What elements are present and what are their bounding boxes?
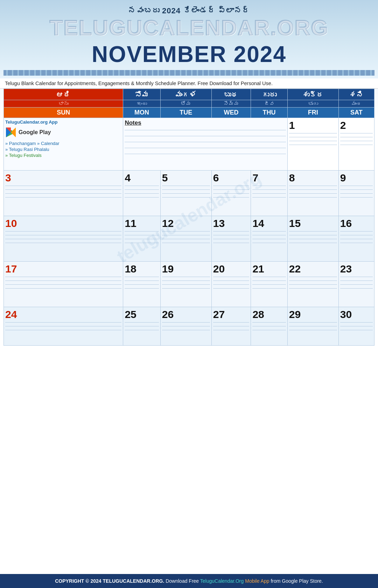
note-line-2	[125, 136, 286, 136]
day-number-29: 29	[289, 309, 337, 320]
day-cell-28: 28	[251, 307, 287, 346]
note-line-4	[125, 148, 286, 148]
header-tue-telugu: మంగళ	[160, 89, 211, 100]
day-number-21: 21	[252, 263, 286, 275]
footer-download: Download Free	[166, 578, 200, 584]
app-cell: TeluguCalendar.org App Google Play	[4, 118, 123, 171]
day-number-28: 28	[252, 309, 286, 320]
day-cell-20: 20	[211, 262, 251, 307]
day-number-25: 25	[125, 309, 159, 320]
day-cell-18: 18	[123, 262, 160, 307]
day-number-9: 9	[340, 172, 373, 184]
footer-copyright: COPYRIGHT © 2024 TELUGUCALENDAR.ORG.	[55, 578, 164, 584]
header-tue-eng: TUE	[160, 108, 211, 118]
telugu-title: నవంబరు 2024 కేలెండర్ ప్లానర్	[4, 6, 374, 15]
day-cell-3: 3	[4, 171, 123, 216]
app-name: TeluguCalendar.org App	[5, 119, 121, 125]
header-wed-telugu: బుధ	[211, 89, 251, 100]
day-cell-23: 23	[338, 262, 374, 307]
notes-lines	[125, 130, 286, 154]
week-row-1: TeluguCalendar.org App Google Play	[4, 118, 374, 171]
day-cell-5: 5	[160, 171, 211, 216]
page: నవంబరు 2024 కేలెండర్ ప్లానర్ TELUGUCALEN…	[0, 0, 378, 588]
day-cell-11: 11	[123, 216, 160, 262]
header-wed-eng: WED	[211, 108, 251, 118]
day-number-12: 12	[162, 217, 210, 229]
day-number-22: 22	[289, 263, 337, 275]
header-thu-telugu: గురు	[251, 89, 287, 100]
day-cell-19: 19	[160, 262, 211, 307]
day-number-23: 23	[340, 263, 373, 275]
week-row-3: 10 11	[4, 216, 374, 262]
header-sat-sec: మంద	[338, 100, 374, 108]
day-number-4: 4	[125, 172, 159, 184]
header-sat-eng: SAT	[338, 108, 374, 118]
header-tue-sec: భోమ	[160, 100, 211, 108]
calendar-wrapper: telugucalendar.org ఆది సోమ మంగళ బుధ గురు…	[0, 89, 378, 574]
top-section: నవంబరు 2024 కేలెండర్ ప్లానర్ TELUGUCALEN…	[0, 0, 378, 78]
day-cell-15: 15	[287, 216, 338, 262]
day-number-19: 19	[162, 263, 210, 275]
day-number-15: 15	[289, 217, 337, 229]
day-cell-17: 17	[4, 262, 123, 307]
day-cell-27: 27	[211, 307, 251, 346]
day-cell-2: 2	[338, 118, 374, 171]
footer-mobile-app[interactable]: Mobile App	[245, 578, 269, 584]
app-link-rasi[interactable]: » Telugu Rasi Phalalu	[5, 147, 121, 152]
footer: COPYRIGHT © 2024 TELUGUCALENDAR.ORG. Dow…	[0, 574, 378, 588]
day-number-14: 14	[252, 217, 286, 229]
app-link-festivals[interactable]: » Telugu Festivals	[5, 153, 121, 158]
header-mon-eng: MON	[123, 108, 160, 118]
google-play-label: Google Play	[19, 129, 51, 136]
day-cell-30: 30	[338, 307, 374, 346]
header-row-telugu: ఆది సోమ మంగళ బుధ గురు శుక్ర శని	[4, 89, 374, 100]
app-link-panchangam[interactable]: » Panchangam » Calendar	[5, 141, 121, 146]
day-cell-22: 22	[287, 262, 338, 307]
day-cell-6: 6	[211, 171, 251, 216]
google-play-row: Google Play	[5, 127, 121, 138]
day-cell-14: 14	[251, 216, 287, 262]
header-sun-telugu: ఆది	[4, 89, 123, 100]
decorative-border	[4, 70, 374, 76]
note-line-3	[125, 142, 286, 142]
day-number-17: 17	[5, 263, 121, 275]
day-number-13: 13	[213, 217, 250, 229]
header-sat-telugu: శని	[338, 89, 374, 100]
week-row-2: 3 4	[4, 171, 374, 216]
header-fri-eng: FRI	[287, 108, 338, 118]
footer-google-play[interactable]: Google Play Store.	[282, 578, 323, 584]
week-row-4: 17 18	[4, 262, 374, 307]
day-number-5: 5	[162, 172, 210, 184]
day-number-10: 10	[5, 217, 121, 229]
google-play-icon	[5, 127, 16, 138]
header-fri-sec: భృగు	[287, 100, 338, 108]
footer-site-link[interactable]: TeluguCalendar.Org	[200, 578, 244, 584]
day-cell-25: 25	[123, 307, 160, 346]
calendar-table: ఆది సోమ మంగళ బుధ గురు శుక్ర శని భాను ఇంద…	[4, 89, 374, 346]
day-number-18: 18	[125, 263, 159, 275]
day-number-3: 3	[5, 172, 121, 184]
footer-from: from	[271, 578, 282, 584]
header-mon-telugu: సోమ	[123, 89, 160, 100]
day-cell-8: 8	[287, 171, 338, 216]
day-cell-26: 26	[160, 307, 211, 346]
notes-cell: Notes	[123, 118, 287, 171]
day-number-16: 16	[340, 217, 373, 229]
month-title: NOVEMBER 2024	[4, 41, 374, 67]
header-thu-sec: జీవ	[251, 100, 287, 108]
day-cell-12: 12	[160, 216, 211, 262]
svg-marker-2	[11, 127, 16, 137]
day-number-8: 8	[289, 172, 337, 184]
week-row-5: 24 25	[4, 307, 374, 346]
day-cell-4: 4	[123, 171, 160, 216]
description-text: Telugu Blank Calendar for Appointments, …	[0, 78, 378, 89]
day-cell-24: 24	[4, 307, 123, 346]
note-line-1	[125, 130, 286, 130]
day-number-30: 30	[340, 309, 373, 320]
day-number-24: 24	[5, 309, 121, 320]
calendar-body: telugucalendar.org ఆది సోమ మంగళ బుధ గురు…	[4, 89, 374, 346]
day-cell-10: 10	[4, 216, 123, 262]
day-number-6: 6	[213, 172, 250, 184]
day-cell-16: 16	[338, 216, 374, 262]
header-sun-eng: SUN	[4, 108, 123, 118]
